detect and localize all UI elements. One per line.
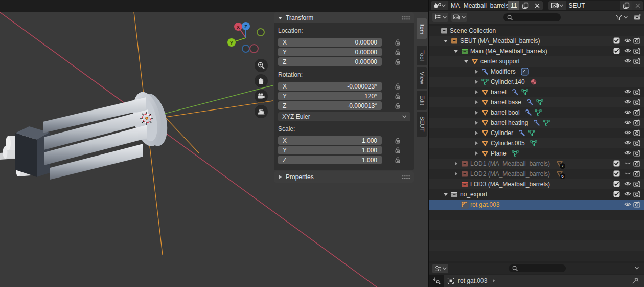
tab-view[interactable]: View bbox=[417, 67, 427, 89]
expand-toggle-icon[interactable] bbox=[451, 171, 460, 176]
outliner-row-main-ma-meatball-barrels-[interactable]: Main (MA_Meatball_barrels) bbox=[429, 46, 644, 56]
eye-closed-icon[interactable] bbox=[624, 160, 631, 166]
copy-button[interactable] bbox=[620, 1, 632, 10]
users-count-badge[interactable]: 11 bbox=[508, 1, 519, 10]
properties-editor-type-button[interactable] bbox=[432, 264, 448, 273]
outliner-row-barrel[interactable]: barrel bbox=[429, 87, 644, 97]
axis-x-ball[interactable]: X bbox=[234, 23, 242, 31]
checkbox-icon[interactable] bbox=[613, 160, 620, 167]
outliner-row-barrel-heating[interactable]: barrel heating bbox=[429, 118, 644, 128]
outliner-row-barrel-base[interactable]: barrel base bbox=[429, 97, 644, 107]
lock-open-icon[interactable] bbox=[394, 93, 401, 100]
expand-toggle-icon[interactable] bbox=[472, 90, 480, 95]
transform-panel-header[interactable]: Transform bbox=[274, 12, 414, 23]
panel-drag-dots[interactable] bbox=[402, 16, 410, 20]
eye-icon[interactable] bbox=[624, 99, 631, 105]
expand-toggle-icon[interactable] bbox=[441, 192, 450, 197]
camera-restrict-icon[interactable] bbox=[633, 89, 640, 95]
expand-toggle-icon[interactable] bbox=[451, 49, 460, 54]
eye-icon[interactable] bbox=[624, 129, 631, 136]
rotation-z-field[interactable]: Z-0.000013° bbox=[278, 101, 382, 110]
expand-toggle-icon[interactable] bbox=[462, 59, 470, 64]
eye-icon[interactable] bbox=[624, 89, 631, 95]
lock-open-icon[interactable] bbox=[394, 102, 401, 109]
breadcrumb-object-name[interactable]: rot gat.003 bbox=[458, 277, 487, 284]
location-x-field[interactable]: X0.00000 bbox=[278, 38, 382, 47]
properties-panel-header[interactable]: Properties bbox=[274, 171, 414, 183]
toggle-grid-button[interactable] bbox=[255, 105, 268, 118]
axis-y-ball[interactable]: Y bbox=[227, 38, 236, 47]
outliner-search-input[interactable] bbox=[503, 13, 561, 21]
axis-z-neg-ball[interactable] bbox=[242, 45, 249, 52]
id-type-browse-button[interactable] bbox=[431, 1, 448, 10]
lock-open-icon[interactable] bbox=[394, 58, 401, 65]
expand-toggle-icon[interactable] bbox=[441, 38, 450, 43]
lock-open-icon[interactable] bbox=[394, 39, 401, 46]
tab-edit[interactable]: Edit bbox=[417, 91, 427, 110]
camera-view-button[interactable] bbox=[255, 90, 268, 103]
eye-icon[interactable] bbox=[624, 201, 631, 207]
rotation-x-field[interactable]: X-0.000023° bbox=[278, 82, 382, 91]
preset-type-browse-button[interactable] bbox=[548, 1, 566, 10]
pin-icon[interactable] bbox=[632, 277, 639, 284]
camera-restrict-icon[interactable] bbox=[633, 48, 640, 54]
outliner-row-cylinder-005[interactable]: Cylinder.005 bbox=[429, 138, 644, 148]
checkbox-icon[interactable] bbox=[613, 48, 620, 54]
eye-icon[interactable] bbox=[624, 119, 631, 125]
outliner-row-no-export[interactable]: no_export bbox=[429, 189, 644, 200]
outliner-row-scene-collection[interactable]: Scene Collection bbox=[429, 26, 644, 36]
new-collection-button[interactable] bbox=[632, 13, 642, 22]
camera-restrict-icon[interactable] bbox=[633, 58, 640, 64]
filter-button[interactable] bbox=[613, 13, 630, 22]
camera-restrict-icon[interactable] bbox=[633, 109, 640, 116]
camera-restrict-icon[interactable] bbox=[633, 150, 640, 157]
camera-restrict-icon[interactable] bbox=[633, 201, 640, 208]
panel-drag-dots[interactable] bbox=[402, 175, 410, 179]
eye-icon[interactable] bbox=[624, 37, 631, 43]
camera-restrict-icon[interactable] bbox=[633, 181, 640, 187]
editor-type-button[interactable] bbox=[432, 13, 448, 22]
lock-open-icon[interactable] bbox=[394, 49, 401, 56]
active-tool-tab-icon[interactable] bbox=[432, 277, 441, 285]
expand-toggle-icon[interactable] bbox=[472, 110, 480, 115]
camera-restrict-icon[interactable] bbox=[633, 129, 640, 136]
expand-toggle-icon[interactable] bbox=[472, 79, 480, 84]
scale-z-field[interactable]: Z1.000 bbox=[278, 156, 382, 164]
outliner-row-rot-gat-003[interactable]: rot gat.003 bbox=[429, 200, 644, 210]
rotation-y-field[interactable]: Y120° bbox=[278, 92, 382, 100]
eye-closed-icon[interactable] bbox=[624, 170, 631, 176]
unlink-button[interactable] bbox=[532, 1, 543, 10]
properties-search-input[interactable] bbox=[509, 264, 566, 272]
expand-toggle-icon[interactable] bbox=[472, 151, 480, 156]
lock-open-icon[interactable] bbox=[394, 147, 401, 154]
chevron-down-icon[interactable] bbox=[635, 267, 639, 270]
axis-z-ball[interactable]: Z bbox=[242, 22, 250, 30]
expand-toggle-icon[interactable] bbox=[472, 100, 480, 105]
expand-toggle-icon[interactable] bbox=[451, 161, 460, 166]
rotation-mode-dropdown[interactable]: XYZ Euler bbox=[278, 112, 410, 121]
display-mode-button[interactable] bbox=[451, 13, 467, 22]
lock-open-icon[interactable] bbox=[394, 137, 401, 144]
eye-icon[interactable] bbox=[624, 140, 631, 146]
copy-button[interactable] bbox=[519, 1, 532, 10]
tab-tool[interactable]: Tool bbox=[417, 46, 427, 65]
checkbox-icon[interactable] bbox=[613, 37, 620, 44]
outliner-row-plane[interactable]: Plane bbox=[429, 148, 644, 159]
id-name-field[interactable]: MA_Meatball_barrels bbox=[448, 1, 508, 10]
outliner-row-cylinder-140[interactable]: Cylinder.140 bbox=[429, 77, 644, 87]
outliner-row-modifiers[interactable]: Modifiers bbox=[429, 67, 644, 77]
camera-restrict-icon[interactable] bbox=[633, 191, 640, 197]
checkbox-icon[interactable] bbox=[613, 170, 620, 177]
outliner-row-seut-ma-meatball-barrels-[interactable]: SEUT (MA_Meatball_barrels) bbox=[429, 36, 644, 46]
outliner-row-lod1-ma-meatball-barrels-[interactable]: LOD1 (MA_Meatball_barrels)7 bbox=[429, 159, 644, 169]
checkbox-icon[interactable] bbox=[613, 181, 620, 187]
lock-open-icon[interactable] bbox=[394, 83, 401, 90]
expand-toggle-icon[interactable] bbox=[472, 120, 480, 125]
eye-icon[interactable] bbox=[624, 191, 631, 197]
expand-toggle-icon[interactable] bbox=[472, 69, 480, 74]
lock-open-icon[interactable] bbox=[394, 157, 401, 164]
tab-item[interactable]: Item bbox=[417, 18, 427, 39]
camera-restrict-icon[interactable] bbox=[633, 99, 640, 105]
scale-y-field[interactable]: Y1.000 bbox=[278, 146, 382, 154]
eye-icon[interactable] bbox=[624, 109, 631, 115]
